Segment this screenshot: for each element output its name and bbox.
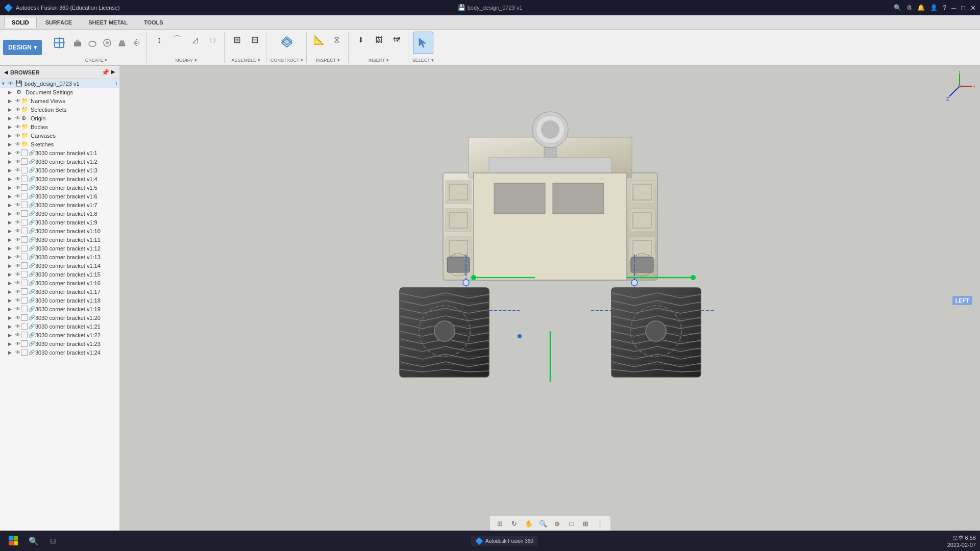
bracket-arrow-16[interactable]: ▶ <box>8 281 15 286</box>
bracket-eye-9[interactable]: 👁 <box>15 219 20 225</box>
tree-item-bracket-10[interactable]: ▶ 👁 🔗 3030 corner bracket v1:10 <box>0 227 119 235</box>
tree-item-bracket-24[interactable]: ▶ 👁 🔗 3030 corner bracket v1:24 <box>0 348 119 357</box>
bracket-check-22[interactable] <box>21 332 28 338</box>
loft-button[interactable] <box>115 36 129 49</box>
bracket-arrow-15[interactable]: ▶ <box>8 272 15 277</box>
insert-svg-button[interactable]: 🖼 <box>371 32 387 48</box>
measure-button[interactable]: 📐 <box>311 32 327 48</box>
search-taskbar-button[interactable]: 🔍 <box>26 533 42 549</box>
bracket-check-16[interactable] <box>21 280 28 286</box>
tree-item-canvases[interactable]: ▶ 👁 📁 Canvases <box>0 131 119 140</box>
search-title-icon[interactable]: 🔍 <box>894 4 901 11</box>
bracket-check-18[interactable] <box>21 297 28 304</box>
bracket-arrow-22[interactable]: ▶ <box>8 333 15 338</box>
bracket-eye-24[interactable]: 👁 <box>15 349 20 355</box>
tree-item-origin[interactable]: ▶ 👁 ⊕ Origin <box>0 114 119 122</box>
tree-item-document-settings[interactable]: ▶ ⚙ Document Settings <box>0 88 119 96</box>
bracket-eye-16[interactable]: 👁 <box>15 280 20 286</box>
bracket-eye-23[interactable]: 👁 <box>15 341 20 346</box>
tree-item-bracket-19[interactable]: ▶ 👁 🔗 3030 corner bracket v1:19 <box>0 305 119 313</box>
bracket-check-6[interactable] <box>21 193 28 199</box>
tree-item-sketches[interactable]: ▶ 👁 📁 Sketches <box>0 140 119 148</box>
offset-plane-button[interactable] <box>277 32 297 54</box>
tree-item-bracket-21[interactable]: ▶ 👁 🔗 3030 corner bracket v1:21 <box>0 322 119 331</box>
bracket-eye-5[interactable]: 👁 <box>15 185 20 190</box>
bracket-eye-8[interactable]: 👁 <box>15 211 20 216</box>
bracket-arrow-3[interactable]: ▶ <box>8 168 15 173</box>
bracket-arrow-14[interactable]: ▶ <box>8 263 15 268</box>
bracket-arrow-11[interactable]: ▶ <box>8 237 15 242</box>
bracket-arrow-23[interactable]: ▶ <box>8 341 15 346</box>
viewport-grid-button[interactable]: ⊞ <box>580 517 592 530</box>
bracket-arrow-6[interactable]: ▶ <box>8 194 15 199</box>
viewport-zoom-in-button[interactable]: ⊕ <box>551 517 564 530</box>
tree-item-selection-sets[interactable]: ▶ 👁 📁 Selection Sets <box>0 105 119 114</box>
doc-settings-arrow[interactable]: ▶ <box>8 90 15 95</box>
bracket-check-10[interactable] <box>21 228 28 234</box>
bracket-check-4[interactable] <box>21 176 28 182</box>
bracket-arrow-4[interactable]: ▶ <box>8 177 15 182</box>
shell-button[interactable]: □ <box>205 32 221 48</box>
insert-canvas-button[interactable]: 🗺 <box>388 32 405 48</box>
revolve-button[interactable] <box>86 36 99 49</box>
bracket-arrow-5[interactable]: ▶ <box>8 185 15 190</box>
bodies-eye[interactable]: 👁 <box>15 124 20 130</box>
bracket-eye-10[interactable]: 👁 <box>15 228 20 234</box>
origin-eye[interactable]: 👁 <box>15 115 20 121</box>
account-icon[interactable]: 👤 <box>930 4 938 11</box>
tree-item-bracket-12[interactable]: ▶ 👁 🔗 3030 corner bracket v1:12 <box>0 244 119 253</box>
viewport[interactable]: X Y Z LEFT ⊞ ↻ ✋ 🔍 ⊕ □ ⊞ <box>120 66 980 535</box>
origin-arrow[interactable]: ▶ <box>8 116 15 121</box>
tree-item-bracket-4[interactable]: ▶ 👁 🔗 3030 corner bracket v1:4 <box>0 174 119 183</box>
select-button[interactable] <box>413 32 433 54</box>
bracket-arrow-17[interactable]: ▶ <box>8 289 15 294</box>
selection-sets-eye[interactable]: 👁 <box>15 107 20 112</box>
canvases-arrow[interactable]: ▶ <box>8 133 15 138</box>
tree-item-bracket-23[interactable]: ▶ 👁 🔗 3030 corner bracket v1:23 <box>0 339 119 348</box>
root-eye-icon[interactable]: 👁 <box>8 81 13 86</box>
browser-pin-icon[interactable]: 📌 <box>102 69 109 76</box>
tab-solid[interactable]: SOLID <box>4 17 37 28</box>
browser-expand-icon[interactable]: ▶ <box>111 69 115 76</box>
tree-item-bracket-15[interactable]: ▶ 👁 🔗 3030 corner bracket v1:15 <box>0 270 119 279</box>
tree-item-bracket-5[interactable]: ▶ 👁 🔗 3030 corner bracket v1:5 <box>0 183 119 192</box>
tree-root-item[interactable]: ▼ 👁 💾 body_design_0723 v1 ℹ <box>0 79 119 88</box>
browser-collapse-icon[interactable]: ◀ <box>4 69 8 75</box>
chamfer-button[interactable]: ◿ <box>187 32 203 48</box>
tree-item-bracket-20[interactable]: ▶ 👁 🔗 3030 corner bracket v1:20 <box>0 313 119 322</box>
settings-title-icon[interactable]: ⚙ <box>906 4 912 11</box>
viewport-orbit-button[interactable]: ↻ <box>508 517 521 530</box>
root-info-icon[interactable]: ℹ <box>115 81 117 86</box>
bracket-eye-20[interactable]: 👁 <box>15 315 20 320</box>
tree-item-bracket-18[interactable]: ▶ 👁 🔗 3030 corner bracket v1:18 <box>0 296 119 305</box>
bracket-eye-19[interactable]: 👁 <box>15 306 20 312</box>
bracket-check-20[interactable] <box>21 314 28 321</box>
bracket-eye-21[interactable]: 👁 <box>15 323 20 329</box>
tree-item-bracket-8[interactable]: ▶ 👁 🔗 3030 corner bracket v1:8 <box>0 209 119 218</box>
tree-item-named-views[interactable]: ▶ 👁 📁 Named Views <box>0 96 119 105</box>
bracket-eye-4[interactable]: 👁 <box>15 176 20 182</box>
bracket-eye-13[interactable]: 👁 <box>15 254 20 260</box>
bracket-check-3[interactable] <box>21 167 28 173</box>
mirror-button[interactable] <box>130 36 143 49</box>
bracket-eye-15[interactable]: 👁 <box>15 271 20 277</box>
bracket-arrow-18[interactable]: ▶ <box>8 298 15 303</box>
bracket-check-11[interactable] <box>21 236 28 243</box>
bracket-eye-17[interactable]: 👁 <box>15 289 20 294</box>
bracket-eye-7[interactable]: 👁 <box>15 202 20 208</box>
bracket-check-9[interactable] <box>21 219 28 226</box>
task-view-button[interactable]: ⊟ <box>45 533 61 549</box>
bracket-eye-14[interactable]: 👁 <box>15 263 20 268</box>
tree-item-bracket-11[interactable]: ▶ 👁 🔗 3030 corner bracket v1:11 <box>0 235 119 244</box>
bracket-arrow-21[interactable]: ▶ <box>8 324 15 329</box>
bracket-check-13[interactable] <box>21 254 28 260</box>
bracket-check-8[interactable] <box>21 210 28 217</box>
fusion360-taskbar-item[interactable]: 🔷 Autodesk Fusion 360 <box>471 536 537 546</box>
press-pull-button[interactable]: ↕ <box>151 32 167 48</box>
bracket-arrow-9[interactable]: ▶ <box>8 220 15 225</box>
bracket-arrow-19[interactable]: ▶ <box>8 307 15 312</box>
notification-icon[interactable]: 🔔 <box>917 4 925 11</box>
bracket-check-23[interactable] <box>21 340 28 347</box>
bracket-check-5[interactable] <box>21 184 28 191</box>
bracket-eye-22[interactable]: 👁 <box>15 332 20 338</box>
